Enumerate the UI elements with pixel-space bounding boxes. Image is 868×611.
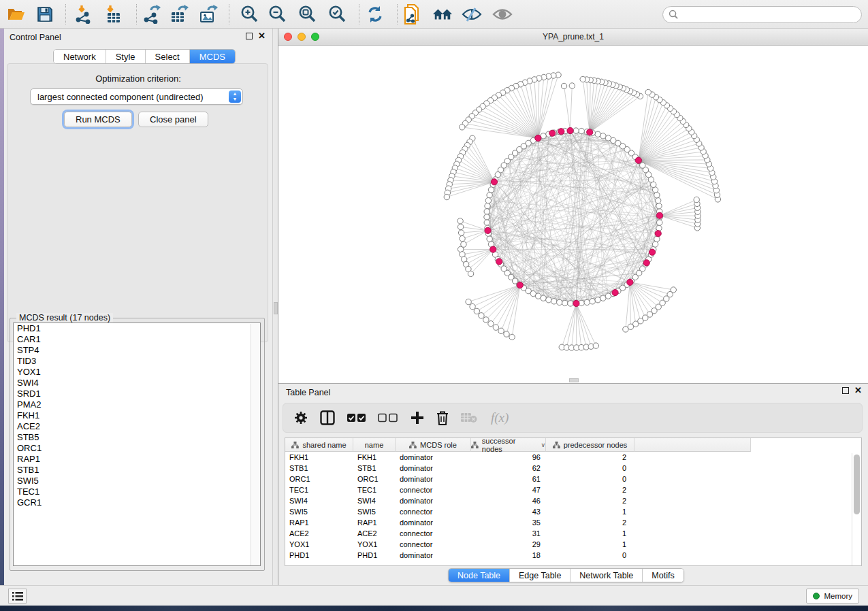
splitter-grip[interactable] [274,302,278,314]
table-row[interactable]: TEC1TEC1connector472 [285,484,852,495]
mcds-list-scrollbar[interactable] [251,324,259,566]
mcds-node-item[interactable]: SWI4 [14,378,260,389]
close-panel-icon[interactable]: ✕ [854,387,862,394]
table-row[interactable]: YOX1YOX1connector291 [285,539,852,550]
save-session-icon[interactable] [35,5,55,24]
table-cell: 61 [471,474,546,484]
memory-button[interactable]: Memory [806,589,859,604]
new-network-from-selection-icon[interactable] [402,5,423,24]
mcds-node-item[interactable]: FKH1 [14,410,260,421]
mcds-node-item[interactable]: SWI5 [14,476,260,486]
select-all-rows-icon[interactable] [347,413,366,423]
first-neighbors-icon[interactable] [432,5,453,24]
mcds-node-item[interactable]: STP4 [14,345,260,356]
horizontal-splitter-grip[interactable] [569,378,579,382]
table-cell: TEC1 [353,484,396,495]
mcds-node-item[interactable]: ORC1 [14,443,260,454]
scrollbar-thumb[interactable] [854,455,860,514]
column-header-MCDS-role[interactable]: MCDS role [396,438,471,452]
deselect-all-rows-icon[interactable] [378,413,398,423]
table-scrollbar[interactable] [852,453,861,565]
table-cell: ORC1 [285,474,353,484]
zoom-fit-icon[interactable] [297,5,317,24]
table-cell: 29 [471,539,546,550]
zoom-selected-icon[interactable] [327,5,347,24]
column-header-predecessor-nodes[interactable]: predecessor nodes [546,438,634,452]
table-cell: YOX1 [353,539,396,550]
table-row[interactable]: SWI4SWI4dominator462 [285,495,852,506]
mcds-dominator-node [587,129,593,135]
mcds-node-item[interactable]: RAP1 [14,454,260,465]
refresh-layout-icon[interactable] [365,5,385,24]
tab-style[interactable]: Style [106,50,146,63]
mcds-node-item[interactable]: SRD1 [14,389,260,399]
table-row[interactable]: SWI5SWI5connector431 [285,506,852,517]
optimization-criterion-select[interactable]: largest connected component (undirected)… [30,88,243,105]
mcds-node-item[interactable]: ACE2 [14,421,260,432]
table-row[interactable]: FKH1FKH1dominator962 [285,452,852,463]
mcds-dominator-node [643,260,649,266]
table-row[interactable]: ORC1ORC1dominator610 [285,474,852,484]
delete-column-icon[interactable] [436,411,449,425]
network-canvas[interactable] [278,46,868,383]
export-network-icon[interactable] [142,5,163,24]
tab-motifs[interactable]: Motifs [643,569,683,582]
zoom-in-icon[interactable] [239,5,259,24]
zoom-out-icon[interactable] [267,5,287,24]
mcds-node-item[interactable]: TEC1 [14,486,260,497]
close-panel-button[interactable]: Close panel [138,112,208,127]
optimization-criterion-value: largest connected component (undirected) [37,92,204,102]
export-table-icon[interactable] [169,5,189,24]
column-header-shared-name[interactable]: shared name [285,438,353,452]
tab-edge-table[interactable]: Edge Table [510,569,570,582]
table-cell: SWI4 [353,495,396,506]
mcds-node-item[interactable]: GCR1 [14,497,260,508]
mcds-node-item[interactable]: TID3 [14,356,260,367]
table-row[interactable]: ACE2ACE2connector311 [285,528,852,539]
network-window-titlebar[interactable]: YPA_prune.txt_1 [278,29,868,46]
run-mcds-button[interactable]: Run MCDS [64,112,132,127]
global-search-field[interactable] [662,6,862,23]
column-header-name[interactable]: name [353,438,396,452]
open-file-icon[interactable] [6,5,27,24]
float-panel-icon[interactable] [842,387,849,394]
tab-network[interactable]: Network [54,50,106,63]
mcds-node-item[interactable]: STB5 [14,432,260,443]
memory-label: Memory [824,592,852,600]
close-panel-icon[interactable]: ✕ [258,33,266,39]
column-type-icon [409,442,417,448]
mcds-dominator-node [573,300,579,306]
tab-mcds[interactable]: MCDS [190,50,235,63]
table-cell: dominator [396,495,471,506]
add-column-icon[interactable] [411,411,424,425]
tab-node-table[interactable]: Node Table [449,569,510,582]
show-all-icon[interactable] [492,5,513,24]
search-input[interactable] [682,10,861,20]
mcds-dominator-node [612,289,618,295]
mcds-result-list[interactable]: PHD1CAR1STP4TID3YOX1SWI4SRD1PMA2FKH1ACE2… [13,323,261,566]
column-header-empty[interactable] [634,438,751,452]
mcds-node-item[interactable]: PMA2 [14,399,260,410]
vertical-splitter[interactable] [272,29,278,585]
task-history-button[interactable] [8,589,27,604]
application-window: Control Panel ✕ NetworkStyleSelectMCDS O… [0,0,868,611]
table-row[interactable]: PHD1PHD1dominator180 [285,550,852,561]
mcds-node-item[interactable]: PHD1 [14,323,260,334]
table-row[interactable]: RAP1RAP1dominator352 [285,517,852,528]
column-header-successor-nodes[interactable]: successor nodes∨ [471,438,546,452]
mcds-node-item[interactable]: YOX1 [14,367,260,378]
hide-selected-icon[interactable] [462,5,482,24]
table-settings-gear-icon[interactable] [294,411,308,425]
table-row[interactable]: STB1STB1dominator620 [285,463,852,474]
import-table-icon[interactable] [103,5,124,24]
import-network-icon[interactable] [74,5,94,24]
tab-select[interactable]: Select [146,50,190,63]
mcds-node-item[interactable]: STB1 [14,465,260,476]
mcds-node-item[interactable]: CAR1 [14,334,260,345]
column-layout-icon[interactable] [320,410,335,425]
float-panel-icon[interactable] [246,33,253,39]
tab-network-table[interactable]: Network Table [570,569,643,582]
table-cell: connector [396,484,471,495]
export-image-icon[interactable] [198,5,219,24]
table-cell: FKH1 [353,452,396,463]
